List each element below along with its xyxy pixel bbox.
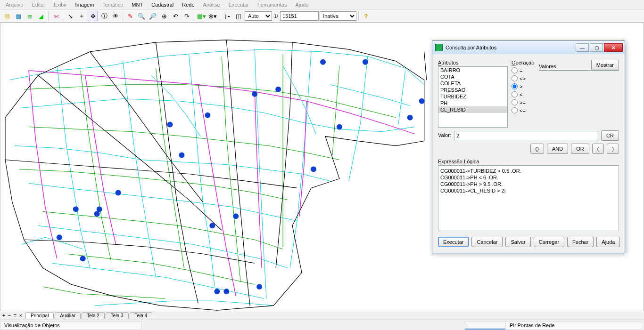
zoom-in-icon[interactable]: 🔍 [136,11,147,21]
ajuda-button[interactable]: Ajuda [596,237,620,247]
attr-item[interactable]: PH [438,100,507,106]
attr-item[interactable]: BAIRRO [438,67,507,73]
view-tab-tela 2[interactable]: Tela 2 [82,312,105,319]
map-point[interactable] [94,211,100,217]
executar-button[interactable]: Executar [438,237,469,247]
view-tab-principal[interactable]: Principal [25,312,54,319]
or-button[interactable]: OR [571,144,589,154]
map-point[interactable] [311,167,316,172]
open-paren-button[interactable]: ( [592,144,604,154]
map-point[interactable] [116,190,121,195]
map-point[interactable] [57,234,62,240]
menu-arquivo[interactable]: Arquivo [2,1,27,8]
map-point[interactable] [205,113,210,118]
eye-icon[interactable]: 👁 [110,11,121,21]
scale-input[interactable] [280,11,319,21]
menu-ferramentas[interactable]: Ferramentas [254,1,290,8]
salvar-button[interactable]: Salvar [505,237,530,247]
op-<>[interactable]: <> [512,75,535,81]
menu-rede[interactable]: Rede [178,1,198,8]
view-tab-tela 4[interactable]: Tela 4 [130,312,153,319]
map-point[interactable] [256,284,262,290]
close-button[interactable]: ✕ [604,43,623,52]
map-point[interactable] [363,59,368,65]
attr-item[interactable]: COTA [438,73,507,80]
clear-parens-button[interactable]: () [530,144,544,154]
map-point[interactable] [80,256,86,261]
attr-item[interactable]: CL_RESID [438,106,507,113]
maximize-button[interactable]: ▢ [590,43,603,52]
op-<=[interactable]: <= [512,107,535,113]
attr-item[interactable]: TURBIDEZ [438,93,507,100]
zoom-area-icon[interactable]: ⊕ [159,11,169,21]
map-point[interactable] [73,206,79,212]
map-point[interactable] [233,213,239,219]
map-point[interactable] [407,115,413,121]
cr-button[interactable]: CR [601,130,619,141]
pan-icon[interactable]: ✥ [88,11,98,21]
import-icon[interactable]: ↘ [65,11,75,21]
map-point[interactable] [275,87,281,92]
map-point[interactable] [167,122,173,128]
valores-listbox[interactable] [539,70,619,71]
panel-icon[interactable]: ▦ [13,11,24,21]
redo-icon[interactable]: ↷ [182,11,192,21]
tab-icon[interactable]: = [12,313,18,318]
measure-icon[interactable]: ⫿▾ [222,11,232,21]
attr-item[interactable]: PRESSAO [438,87,507,93]
info-icon[interactable]: ⓘ [99,11,109,21]
menu-imagem[interactable]: Imagem [72,1,98,8]
map-point[interactable] [223,289,229,294]
map-point[interactable] [179,153,184,158]
help-icon[interactable]: ? [361,11,371,21]
menu-temático[interactable]: Temático [99,1,127,8]
attr-item[interactable]: COLETA [438,80,507,87]
tab-icon[interactable]: − [7,313,12,318]
fechar-button[interactable]: Fechar [567,237,594,247]
menu-cadastral[interactable]: Cadastral [148,1,177,8]
map-point[interactable] [252,91,257,97]
add-icon[interactable]: ＋ [76,11,87,21]
op-<[interactable]: < [512,91,535,97]
op-=[interactable]: = [512,67,535,73]
view-tab-tela 3[interactable]: Tela 3 [106,312,129,319]
table-icon[interactable]: ▦▾ [196,11,206,21]
scale-icon[interactable]: ⊗▾ [207,11,218,21]
view-tab-auxiliar[interactable]: Auxiliar [55,312,81,319]
menu-análise[interactable]: Análise [199,1,224,8]
layers-icon[interactable]: ▤ [2,11,12,21]
map-point[interactable] [337,124,342,130]
stack-icon[interactable]: ≣ [25,11,35,21]
pencil-icon[interactable]: ✎ [125,11,135,21]
cancelar-button[interactable]: Cancelar [471,237,503,247]
undo-icon[interactable]: ↶ [170,11,181,21]
menu-executar[interactable]: Executar [225,1,253,8]
carregar-button[interactable]: Carregar [534,237,564,247]
valor-input[interactable] [454,131,598,140]
map-point[interactable] [209,223,215,228]
auto-select[interactable]: Auto [245,11,272,21]
mostrar-button[interactable]: Mostrar [591,60,619,70]
chart-icon[interactable]: ⫘ [50,11,61,21]
erase-icon[interactable]: ◢ [36,11,46,21]
attributes-list[interactable]: BAIRROCOTACOLETAPRESSAOTURBIDEZPHCL_RESI… [438,66,508,128]
menu-editar[interactable]: Editar [28,1,49,8]
and-button[interactable]: AND [547,144,568,154]
expression-textarea[interactable] [438,165,619,231]
map-point[interactable] [320,59,326,65]
minimize-button[interactable]: — [576,43,589,52]
menu-mnt[interactable]: MNT [128,1,147,8]
inativa-select[interactable]: Inativa [320,11,356,21]
close-paren-button[interactable]: ) [607,144,619,154]
menu-ajuda[interactable]: Ajuda [291,1,312,8]
tab-icon[interactable]: + [1,313,7,318]
ruler-icon[interactable]: ◫ [233,11,244,21]
tab-icon[interactable]: × [18,313,24,318]
op->=[interactable]: >= [512,99,535,105]
menu-exibir[interactable]: Exibir [50,1,71,8]
dialog-titlebar[interactable]: Consulta por Atributos — ▢ ✕ [432,41,625,54]
op->[interactable]: > [512,83,535,89]
map-point[interactable] [419,98,425,104]
zoom-out-icon[interactable]: 🔎 [148,11,158,21]
map-point[interactable] [214,289,220,294]
